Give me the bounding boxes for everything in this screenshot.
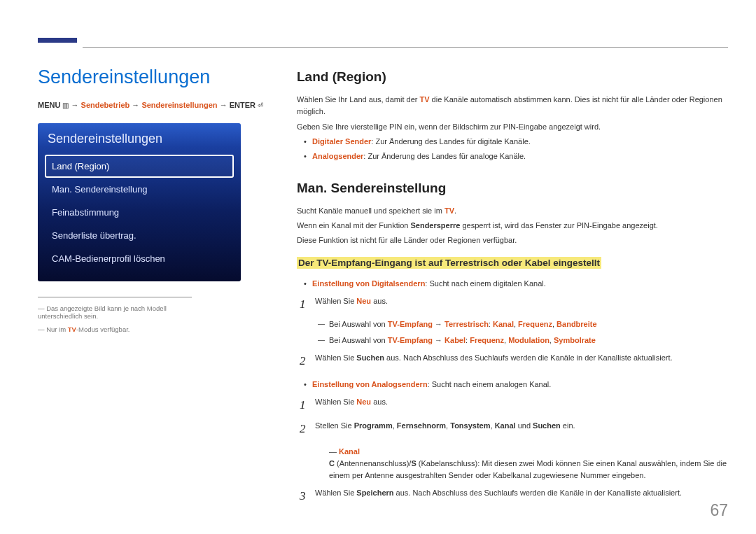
- menu-panel-title: Sendereinstellungen: [45, 132, 234, 146]
- sendersperre-term: Sendersperre: [410, 221, 460, 230]
- land-p1: Wählen Sie Ihr Land aus, damit der TV di…: [297, 94, 728, 118]
- text: : Sucht nach einem analogen Kanal.: [428, 380, 552, 388]
- term: TV-Empfang: [388, 320, 433, 328]
- step-body: Wählen Sie Neu aus.: [315, 396, 728, 408]
- header-accent-bar: [38, 38, 77, 43]
- page-title: Sendereinstellungen: [38, 66, 276, 88]
- digital-sub-terrestrisch: Bei Auswahl von TV-Empfang → Terrestrisc…: [297, 318, 728, 330]
- label: Einstellung von Digitalsendern: [312, 279, 425, 288]
- analog-step-3: 3 Wählen Sie Speichern aus. Nach Abschlu…: [297, 487, 728, 505]
- term: Fernsehnorm: [397, 421, 446, 430]
- enter-icon: ⏎: [258, 101, 263, 109]
- step-body: Wählen Sie Suchen aus. Nach Abschluss de…: [315, 352, 728, 364]
- heading-man-sendereinstellung: Man. Sendereinstellung: [297, 178, 728, 198]
- digital-step-1: 1 Wählen Sie Neu aus.: [297, 295, 728, 314]
- digital-step-2: 2 Wählen Sie Suchen aus. Nach Abschluss …: [297, 352, 728, 370]
- page-number: 67: [710, 501, 728, 520]
- man-p2: Wenn ein Kanal mit der Funktion Sendersp…: [297, 220, 728, 232]
- footnote-2-tv: TV: [68, 325, 76, 333]
- bullet-digital-setting: Einstellung von Digitalsendern: Sucht na…: [297, 278, 728, 290]
- term: Kabel: [444, 336, 465, 344]
- menu-item-feinabstimmung[interactable]: Feinabstimmung: [45, 201, 234, 224]
- breadcrumb-part1: Sendebetrieb: [81, 101, 130, 109]
- menu-item-man-sendereinstellung[interactable]: Man. Sendereinstellung: [45, 178, 234, 201]
- highlight-heading: Der TV-Empfang-Eingang ist auf Terrestri…: [297, 257, 601, 269]
- land-p2: Geben Sie Ihre vierstellige PIN ein, wen…: [297, 121, 728, 133]
- man-p3: Diese Funktion ist nicht für alle Länder…: [297, 234, 728, 246]
- digital-sub-kabel: Bei Auswahl von TV-Empfang → Kabel: Freq…: [297, 335, 728, 346]
- term: Suchen: [533, 421, 561, 430]
- neu-term: Neu: [356, 398, 371, 406]
- text: : Zur Änderung des Landes für digitale K…: [371, 137, 530, 146]
- land-bullet-digital: Digitaler Sender: Zur Änderung des Lande…: [297, 136, 728, 148]
- breadcrumb-enter: ENTER: [230, 101, 255, 109]
- term: Kanal: [493, 320, 514, 328]
- step-number: 1: [297, 295, 315, 314]
- suchen-term: Suchen: [356, 353, 384, 362]
- analog-step-1: 1 Wählen Sie Neu aus.: [297, 396, 728, 414]
- breadcrumb-arrow: →: [132, 101, 141, 109]
- menu-item-senderliste-uebertrag[interactable]: Senderliste übertrag.: [45, 224, 234, 247]
- text: Wählen Sie: [315, 489, 356, 497]
- menu-item-land-region[interactable]: Land (Region): [45, 155, 234, 178]
- text: ein.: [561, 421, 575, 430]
- footnote-2-post: -Modus verfügbar.: [76, 325, 130, 333]
- text: Wählen Sie: [315, 297, 356, 305]
- term: Symbolrate: [554, 336, 596, 344]
- highlight-heading-wrap: Der TV-Empfang-Eingang ist auf Terrestri…: [297, 256, 728, 271]
- breadcrumb-menu: MENU: [38, 101, 60, 109]
- man-p1: Sucht Kanäle manuell und speichert sie i…: [297, 205, 728, 217]
- footnote-1: ― Das angezeigte Bild kann je nach Model…: [38, 304, 192, 320]
- text: aus.: [371, 398, 388, 406]
- kanal-subnote: ― Kanal C (Antennenanschluss)/S (Kabelan…: [297, 446, 728, 482]
- text: gesperrt ist, wird das Fenster zur PIN-E…: [460, 221, 657, 230]
- breadcrumb-arrow: →: [71, 101, 81, 109]
- menu-item-cam-bedienerprofil[interactable]: CAM-Bedienerprofil löschen: [45, 247, 234, 270]
- term: Modulation: [508, 336, 550, 344]
- text: : Zur Änderung des Landes für analoge Ka…: [363, 152, 526, 160]
- text: Bei Auswahl von: [329, 320, 388, 328]
- text: (Antennenanschluss)/: [335, 459, 411, 468]
- term: Terrestrisch: [444, 320, 489, 328]
- term: Kanal: [495, 421, 516, 430]
- breadcrumb-arrow: →: [220, 101, 230, 109]
- text: Sucht Kanäle manuell und speichert sie i…: [297, 206, 444, 215]
- menu-icon: ▥: [62, 101, 69, 109]
- text: Bei Auswahl von: [329, 336, 388, 344]
- step-body: Wählen Sie Neu aus.: [315, 295, 728, 307]
- term: Tonsystem: [450, 421, 490, 430]
- footnote-2: ― Nur im TV-Modus verfügbar.: [38, 325, 192, 333]
- label: Analogsender: [312, 152, 363, 160]
- kanal-label: Kanal: [339, 447, 360, 456]
- header-rule: [83, 47, 728, 48]
- term: Bandbreite: [556, 320, 596, 328]
- speichern-term: Speichern: [356, 489, 393, 497]
- right-column: Land (Region) Wählen Sie Ihr Land aus, d…: [297, 66, 728, 506]
- heading-land-region: Land (Region): [297, 66, 728, 87]
- footnote-2-pre: ― Nur im: [38, 325, 68, 333]
- settings-menu-panel: Sendereinstellungen Land (Region) Man. S…: [38, 123, 241, 281]
- term: TV-Empfang: [388, 336, 433, 344]
- dash: ―: [329, 447, 339, 456]
- text: : Sucht nach einem digitalen Kanal.: [425, 279, 545, 288]
- page-body: Sendereinstellungen MENU ▥ → Sendebetrie…: [38, 66, 728, 506]
- text: aus.: [371, 297, 388, 305]
- s-mode: S: [411, 459, 416, 468]
- analog-step-2: 2 Stellen Sie Programm, Fernsehnorm, Ton…: [297, 420, 728, 438]
- c-mode: C: [329, 459, 335, 468]
- step-number: 2: [297, 352, 315, 370]
- text: Stellen Sie: [315, 421, 354, 430]
- land-bullet-analog: Analogsender: Zur Änderung des Landes fü…: [297, 150, 728, 162]
- text: Wenn ein Kanal mit der Funktion: [297, 221, 410, 230]
- tv-term: TV: [444, 206, 454, 215]
- step-number: 3: [297, 487, 315, 505]
- step-number: 1: [297, 396, 315, 414]
- sep: und: [516, 421, 533, 430]
- bullet-analog-setting: Einstellung von Analogsendern: Sucht nac…: [297, 379, 728, 391]
- step-body: Wählen Sie Speichern aus. Nach Abschluss…: [315, 487, 728, 499]
- text: .: [454, 206, 456, 215]
- footnotes: ― Das angezeigte Bild kann je nach Model…: [38, 297, 192, 333]
- tv-term: TV: [419, 95, 429, 104]
- term: Frequenz: [518, 320, 552, 328]
- term: Frequenz: [470, 336, 504, 344]
